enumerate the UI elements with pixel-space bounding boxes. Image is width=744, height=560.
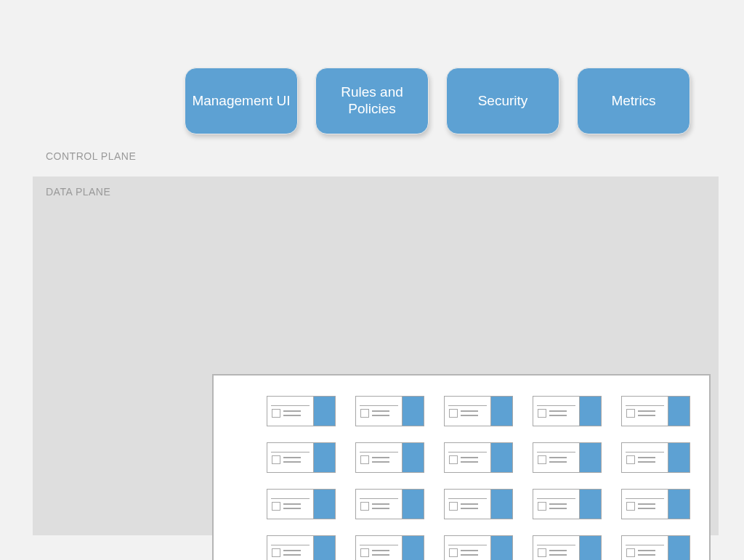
compute-tile xyxy=(355,535,424,560)
tile-accent xyxy=(402,490,424,519)
server-icon xyxy=(267,490,313,519)
tile-accent xyxy=(668,397,690,426)
tile-accent xyxy=(490,443,512,472)
data-plane-label: DATA PLANE xyxy=(46,186,110,198)
tile-accent xyxy=(579,490,601,519)
control-plane-blocks: Management UI Rules and Policies Securit… xyxy=(185,68,690,134)
tile-accent xyxy=(579,443,601,472)
compute-tile xyxy=(267,396,336,426)
compute-tile xyxy=(267,442,336,473)
tile-accent xyxy=(579,397,601,426)
server-icon xyxy=(622,397,668,426)
compute-tile xyxy=(621,535,690,560)
server-icon xyxy=(356,490,402,519)
server-icon xyxy=(533,443,579,472)
server-icon xyxy=(356,536,402,560)
compute-tile xyxy=(444,535,513,560)
compute-tile xyxy=(621,442,690,473)
tile-accent xyxy=(490,536,512,560)
tile-accent xyxy=(313,536,335,560)
data-plane-box: COMPUTE xyxy=(33,176,719,535)
tile-accent xyxy=(490,397,512,426)
server-icon xyxy=(445,490,490,519)
compute-tile xyxy=(621,489,690,519)
tile-accent xyxy=(313,490,335,519)
compute-tile xyxy=(355,442,424,473)
compute-tile xyxy=(621,396,690,426)
compute-panel: COMPUTE xyxy=(212,374,711,560)
compute-tile xyxy=(355,489,424,519)
tile-accent xyxy=(668,443,690,472)
cp-block-label: Security xyxy=(478,93,528,110)
diagram-canvas: CONTROL PLANE Management UI Rules and Po… xyxy=(0,0,744,560)
cp-block-label: Rules and Policies xyxy=(319,84,425,118)
cp-block-rules-policies: Rules and Policies xyxy=(315,68,429,134)
compute-tile xyxy=(533,489,602,519)
tile-accent xyxy=(402,536,424,560)
server-icon xyxy=(267,536,313,560)
server-icon xyxy=(622,490,668,519)
tile-accent xyxy=(313,397,335,426)
server-icon xyxy=(622,536,668,560)
compute-tile xyxy=(267,489,336,519)
cp-block-security: Security xyxy=(446,68,559,134)
tile-accent xyxy=(579,536,601,560)
server-icon xyxy=(356,397,402,426)
cp-block-label: Management UI xyxy=(192,93,290,110)
server-icon xyxy=(267,443,313,472)
server-icon xyxy=(533,490,579,519)
compute-tile xyxy=(533,442,602,473)
compute-tile xyxy=(267,535,336,560)
server-icon xyxy=(533,536,579,560)
server-icon xyxy=(445,443,490,472)
server-icon xyxy=(622,443,668,472)
cp-block-metrics: Metrics xyxy=(577,68,690,134)
compute-tile xyxy=(444,396,513,426)
server-icon xyxy=(533,397,579,426)
compute-tile xyxy=(444,489,513,519)
cp-block-label: Metrics xyxy=(611,93,655,110)
server-icon xyxy=(445,536,490,560)
tile-accent xyxy=(490,490,512,519)
control-plane-label: CONTROL PLANE xyxy=(46,150,136,162)
compute-tile xyxy=(444,442,513,473)
tile-accent xyxy=(313,443,335,472)
tile-accent xyxy=(402,443,424,472)
compute-tile xyxy=(533,396,602,426)
compute-tile xyxy=(355,396,424,426)
server-icon xyxy=(356,443,402,472)
tile-accent xyxy=(668,536,690,560)
server-icon xyxy=(267,397,313,426)
compute-tile xyxy=(533,535,602,560)
tile-accent xyxy=(402,397,424,426)
cp-block-management-ui: Management UI xyxy=(185,68,298,134)
tile-accent xyxy=(668,490,690,519)
compute-tile-grid xyxy=(267,396,690,560)
server-icon xyxy=(445,397,490,426)
